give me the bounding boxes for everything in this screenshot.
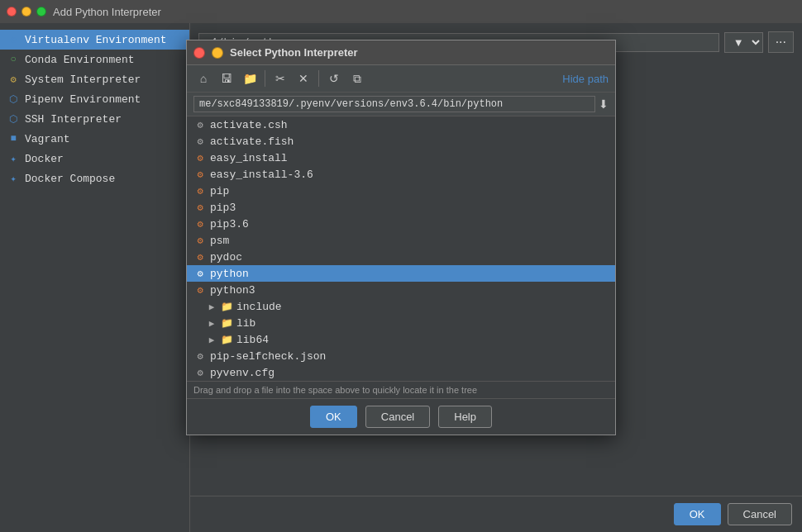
sidebar-label-docker-compose: Docker Compose: [25, 173, 115, 185]
file-item-pip[interactable]: ⚙ pip: [187, 183, 615, 199]
folder-expand-lib64[interactable]: ▶: [207, 335, 217, 345]
dialog-ok-button[interactable]: OK: [310, 406, 357, 428]
interpreter-more-btn[interactable]: ···: [768, 31, 794, 53]
drag-hint: Drag and drop a file into the space abov…: [187, 381, 615, 398]
file-item-lib[interactable]: ▶ 📁 lib: [187, 315, 615, 331]
file-item-lib64[interactable]: ▶ 📁 lib64: [187, 331, 615, 348]
sidebar-label-ssh: SSH Interpreter: [25, 113, 122, 126]
toolbar-desktop-btn[interactable]: 🖫: [217, 69, 236, 88]
file-item-pip36[interactable]: ⚙ pip3.6: [187, 216, 615, 232]
toolbar-cut-btn[interactable]: ✂: [270, 69, 290, 88]
minimize-button[interactable]: [21, 7, 31, 17]
file-item-python3[interactable]: ⚙ python3: [187, 282, 615, 298]
sidebar-label-docker: Docker: [25, 153, 64, 165]
dialog-title-bar: Select Python Interpreter: [187, 40, 615, 65]
ssh-icon: ⬡: [7, 112, 20, 126]
toolbar-separator: [265, 70, 265, 87]
virtualenv-icon: ⚙: [7, 33, 20, 46]
title-bar: Add Python Interpreter: [0, 0, 802, 23]
dialog-bottom: OK Cancel Help: [187, 398, 615, 435]
file-item-pyvenv[interactable]: ⚙ pyvenv.cfg: [187, 364, 615, 381]
file-item-psm[interactable]: ⚙ psm: [187, 232, 615, 249]
file-label-pydoc: pydoc: [210, 251, 242, 264]
file-icon-pip: ⚙: [193, 184, 207, 197]
file-label-pip3: pip3: [210, 202, 236, 214]
title-bar-buttons: [7, 7, 46, 17]
dialog: Select Python Interpreter ⌂ 🖫 📁 ✂ ✕ ↺ ⧉ …: [186, 40, 616, 435]
path-bar: ⬇: [187, 93, 615, 116]
close-button[interactable]: [7, 7, 17, 17]
docker-icon: ✦: [7, 152, 20, 165]
sidebar-item-system[interactable]: ⚙ System Interpreter: [0, 69, 189, 89]
sidebar-item-pipenv[interactable]: ⬡ Pipenv Environment: [0, 89, 189, 109]
folder-icon-lib64: 📁: [220, 333, 233, 346]
sidebar-item-docker[interactable]: ✦ Docker: [0, 149, 189, 169]
dialog-minimize-button[interactable]: [212, 47, 223, 59]
file-label-pip36: pip3.6: [210, 218, 249, 230]
hide-path-button[interactable]: Hide path: [562, 73, 609, 85]
toolbar-newfolder-btn[interactable]: 📁: [240, 69, 260, 88]
sidebar-item-virtualenv[interactable]: ⚙ Virtualenv Environment: [0, 30, 189, 50]
system-icon: ⚙: [7, 73, 20, 86]
file-icon-pip36: ⚙: [193, 217, 207, 230]
file-icon-easy-install-36: ⚙: [193, 168, 207, 181]
file-label-pip: pip: [210, 185, 229, 197]
sidebar-item-docker-compose[interactable]: ✦ Docker Compose: [0, 169, 189, 188]
toolbar-refresh-btn[interactable]: ↺: [324, 69, 344, 88]
file-label-lib: lib: [236, 317, 255, 330]
file-item-include[interactable]: ▶ 📁 include: [187, 298, 615, 315]
file-icon-activate-fish: ⚙: [193, 135, 207, 148]
toolbar-copy-btn[interactable]: ⧉: [347, 69, 367, 88]
file-label-pip-selfcheck: pip-selfcheck.json: [210, 350, 326, 363]
toolbar-delete-btn[interactable]: ✕: [294, 69, 313, 88]
sidebar-item-conda[interactable]: ○ Conda Environment: [0, 50, 189, 69]
main-ok-button[interactable]: OK: [674, 503, 721, 525]
maximize-button[interactable]: [36, 7, 46, 17]
toolbar-home-btn[interactable]: ⌂: [193, 69, 213, 88]
file-item-easy-install[interactable]: ⚙ easy_install: [187, 150, 615, 166]
folder-expand-include[interactable]: ▶: [207, 302, 217, 312]
dialog-title: Select Python Interpreter: [230, 46, 358, 59]
sidebar-label-pipenv: Pipenv Environment: [25, 93, 141, 106]
sidebar-item-vagrant[interactable]: ■ Vagrant: [0, 129, 189, 149]
dialog-toolbar: ⌂ 🖫 📁 ✂ ✕ ↺ ⧉ Hide path: [187, 65, 615, 93]
file-item-pip-selfcheck[interactable]: ⚙ pip-selfcheck.json: [187, 348, 615, 364]
path-download-btn[interactable]: ⬇: [599, 97, 609, 111]
file-label-activate-csh: activate.csh: [210, 119, 288, 131]
file-item-easy-install-36[interactable]: ⚙ easy_install-3.6: [187, 166, 615, 183]
sidebar-label-system: System Interpreter: [25, 74, 141, 86]
path-input[interactable]: [193, 96, 595, 112]
file-label-easy-install: easy_install: [210, 152, 288, 164]
file-icon-pydoc: ⚙: [193, 250, 207, 264]
file-item-activate-csh[interactable]: ⚙ activate.csh: [187, 116, 615, 133]
file-icon-python: ⚙: [193, 267, 207, 280]
file-icon-python3: ⚙: [193, 283, 207, 297]
file-icon-activate-csh: ⚙: [193, 118, 207, 131]
file-label-include: include: [236, 301, 282, 313]
file-item-pydoc[interactable]: ⚙ pydoc: [187, 249, 615, 265]
main-cancel-button[interactable]: Cancel: [728, 503, 792, 525]
dialog-help-button[interactable]: Help: [438, 406, 492, 428]
window-title: Add Python Interpreter: [53, 6, 161, 18]
pipenv-icon: ⬡: [7, 93, 20, 106]
toolbar-separator-2: [318, 70, 319, 87]
sidebar-label-vagrant: Vagrant: [25, 133, 70, 145]
dialog-close-button[interactable]: [193, 47, 205, 59]
file-label-pyvenv: pyvenv.cfg: [210, 367, 274, 379]
docker-compose-icon: ✦: [7, 172, 20, 185]
file-item-activate-fish[interactable]: ⚙ activate.fish: [187, 133, 615, 150]
sidebar-item-ssh[interactable]: ⬡ SSH Interpreter: [0, 109, 189, 129]
dialog-cancel-button[interactable]: Cancel: [365, 406, 430, 428]
file-icon-psm: ⚙: [193, 234, 207, 247]
file-label-activate-fish: activate.fish: [210, 135, 294, 148]
file-item-pip3[interactable]: ⚙ pip3: [187, 199, 615, 216]
vagrant-icon: ■: [7, 132, 20, 145]
folder-icon-include: 📁: [220, 300, 233, 313]
interpreter-dropdown[interactable]: ▼: [724, 32, 763, 53]
folder-icon-lib: 📁: [220, 316, 233, 330]
file-label-easy-install-36: easy_install-3.6: [210, 169, 313, 181]
folder-expand-lib[interactable]: ▶: [207, 318, 217, 329]
file-tree[interactable]: ⚙ activate.csh ⚙ activate.fish ⚙ easy_in…: [187, 116, 615, 381]
file-item-python[interactable]: ⚙ python: [187, 265, 615, 282]
sidebar-label-virtualenv: Virtualenv Environment: [25, 34, 167, 46]
